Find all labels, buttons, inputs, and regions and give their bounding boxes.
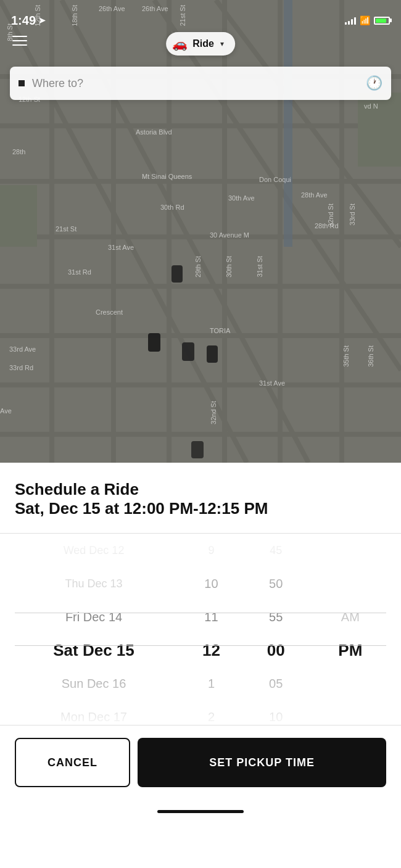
picker-date-item[interactable]: Mon Dec 17 [15, 700, 173, 725]
picker-minute-item[interactable]: 10 [244, 700, 308, 725]
picker-date-item[interactable]: Thu Dec 13 [15, 567, 173, 600]
picker-date-item[interactable]: Fri Dec 14 [15, 600, 173, 634]
schedule-icon: 🕐 [366, 75, 382, 91]
picker-minute-item[interactable]: 55 [244, 600, 308, 634]
picker-ampm-item[interactable]: AM [315, 600, 386, 634]
picker-hour-item[interactable]: 12 [179, 634, 244, 667]
picker-minute-column[interactable]: 45505500051015 [244, 534, 308, 725]
divider-bottom [0, 725, 401, 725]
picker-date-item[interactable]: Sun Dec 16 [15, 667, 173, 700]
picker-hour-column[interactable]: 9101112123 [179, 534, 244, 725]
schedule-title: Schedule a Ride [15, 480, 386, 499]
picker-section[interactable]: Wed Dec 12Thu Dec 13Fri Dec 14Sat Dec 15… [15, 534, 386, 725]
picker-minute-item[interactable]: 00 [244, 634, 308, 667]
status-time: 1:49 ➤ [11, 14, 46, 28]
ride-label: Ride [192, 38, 214, 49]
picker-minute-item[interactable]: 45 [244, 534, 308, 567]
home-indicator [0, 802, 401, 820]
picker-hour-item[interactable]: 9 [179, 534, 244, 567]
location-dot-icon [19, 80, 25, 86]
car-icon: 🚗 [172, 36, 188, 51]
svg-rect-25 [182, 342, 194, 361]
picker-date-column[interactable]: Wed Dec 12Thu Dec 13Fri Dec 14Sat Dec 15… [15, 534, 179, 725]
picker-hour-item[interactable]: 10 [179, 567, 244, 600]
set-pickup-button[interactable]: SET PICKUP TIME [138, 738, 386, 787]
status-bar: 1:49 ➤ 📶 [0, 0, 401, 33]
search-placeholder: Where to? [32, 77, 358, 90]
picker-hour-item[interactable]: 2 [179, 700, 244, 725]
picker-hour-item[interactable]: 11 [179, 600, 244, 634]
signal-icon [345, 16, 356, 25]
picker-date-item[interactable]: Wed Dec 12 [15, 534, 173, 567]
svg-rect-26 [207, 345, 218, 363]
picker-ampm-item[interactable]: PM [315, 634, 386, 667]
picker-ampm-item[interactable] [315, 667, 386, 700]
status-icons: 📶 [345, 15, 390, 25]
picker-ampm-item[interactable] [315, 567, 386, 600]
schedule-sheet: Schedule a Ride Sat, Dec 15 at 12:00 PM-… [0, 463, 401, 725]
hamburger-menu[interactable] [12, 36, 27, 46]
schedule-subtitle: Sat, Dec 15 at 12:00 PM-12:15 PM [15, 499, 386, 518]
svg-rect-27 [191, 441, 204, 458]
picker-ampm-item[interactable] [315, 534, 386, 567]
battery-icon [374, 17, 390, 25]
wifi-icon: 📶 [360, 15, 370, 25]
picker-ampm-column[interactable]: AMPM [308, 534, 386, 725]
picker-ampm-item[interactable] [315, 700, 386, 725]
location-arrow-icon: ➤ [38, 15, 46, 25]
picker-minute-item[interactable]: 05 [244, 667, 308, 700]
picker-container: Wed Dec 12Thu Dec 13Fri Dec 14Sat Dec 15… [15, 534, 386, 725]
chevron-down-icon: ▾ [220, 39, 224, 48]
search-bar[interactable]: Where to? 🕐 [10, 67, 391, 100]
picker-minute-item[interactable]: 50 [244, 567, 308, 600]
map-section: 8th St 12th St 18th St 26th Ave 26th Ave… [0, 0, 401, 463]
bottom-buttons: CANCEL SET PICKUP TIME [0, 725, 401, 802]
svg-rect-23 [172, 265, 183, 283]
home-indicator-bar [157, 810, 244, 813]
cancel-button[interactable]: CANCEL [15, 738, 130, 787]
svg-rect-24 [148, 333, 160, 352]
ride-button[interactable]: 🚗 Ride ▾ [166, 32, 235, 56]
picker-hour-item[interactable]: 1 [179, 667, 244, 700]
picker-date-item[interactable]: Sat Dec 15 [15, 634, 173, 667]
